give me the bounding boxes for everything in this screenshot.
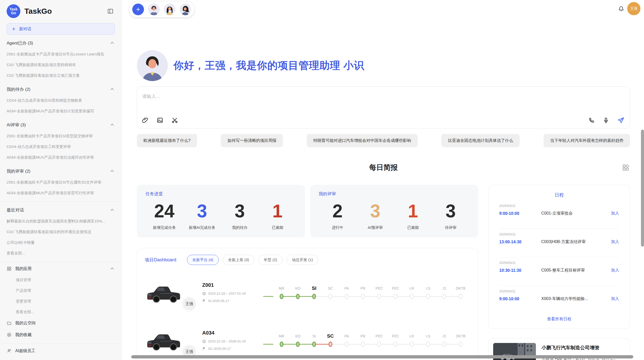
sidebar-collapse-icon[interactable]	[106, 7, 115, 16]
project-car-image	[145, 280, 183, 304]
sidebar-item[interactable]: 公司Q3轻卡销量	[7, 237, 115, 248]
add-contact-button[interactable]	[132, 4, 144, 15]
dashboard-title: 项目Dashboard	[145, 257, 176, 263]
sidebar-section-header-recent[interactable]: 最近对话	[7, 204, 115, 216]
milestone-connector	[330, 296, 347, 297]
sidebar-item[interactable]: Z001-全新燃油轻卡产品开发项目SI节点属性5D文件评审	[7, 177, 115, 188]
event-date: 2025/03/11	[499, 289, 619, 293]
milestone-connector	[428, 344, 444, 345]
join-link[interactable]: 加入	[611, 211, 619, 216]
event-date: 2025/03/11	[499, 204, 619, 208]
suggestion-chips: 欧洲新规最近颁布了什么?如何写一份清晰的项目周报特朗普可能对进口汽车增税会对中国…	[137, 134, 630, 147]
divider	[0, 201, 121, 202]
sidebar-subitem[interactable]: 项目管理	[7, 275, 115, 285]
suggestion-chip[interactable]: 欧洲新规最近颁布了什么?	[137, 134, 197, 147]
content-column: 你好，王强，我是你的项目管理助理 小识	[122, 17, 644, 360]
sidebar-section-header[interactable]: 我的待办 (2)	[7, 83, 115, 95]
project-row[interactable]: 王强 A034 2023-12-19 ~ 2026-01-19 SC-2025-…	[145, 320, 470, 360]
join-link[interactable]: 加入	[611, 296, 619, 302]
stat-value: 3	[356, 200, 394, 222]
milestone-PEC: PEC	[371, 332, 387, 348]
stat-value: 3	[183, 200, 221, 222]
milestone-connector	[298, 296, 314, 297]
milestone-connector	[330, 344, 347, 345]
suggestion-chip[interactable]: 如何写一份清晰的项目周报	[221, 134, 283, 147]
sidebar-item[interactable]: 解释最新出台的欧盟报废车法规再生塑料比例被调至15%...	[7, 216, 115, 227]
sidebar-item[interactable]: A034-全新新能源MUV产品开发项目计划变更表编写	[7, 106, 115, 116]
suggestion-chip[interactable]: 比亚迪全固态电池计划具体说了什么	[441, 134, 520, 147]
sidebar-section-header[interactable]: 我的评审 (2)	[7, 165, 115, 177]
dashboard-tab[interactable]: 年型 (2)	[258, 255, 283, 265]
milestone-connector	[282, 344, 298, 345]
milestone-connector	[396, 296, 412, 297]
sidebar-item[interactable]: C0X4-动力总成开发项目工程变更评审	[7, 141, 115, 152]
chevron-up-icon	[110, 207, 115, 213]
milestone-node	[426, 294, 430, 299]
sidebar-item[interactable]: C02-飞腾新能源轻客改款项目里程碑画布	[7, 59, 115, 70]
stat-value: 2	[319, 200, 356, 222]
image-icon[interactable]	[156, 117, 164, 124]
flag-icon	[202, 347, 206, 351]
layout-grid-icon[interactable]	[622, 164, 630, 172]
project-row[interactable]: 王强 Z001 2023-12-19 ~ 2027-01-19 SI-2025-…	[145, 272, 470, 313]
scissors-icon[interactable]	[171, 117, 178, 124]
greeting-row: 你好，王强，我是你的项目管理助理 小识	[137, 50, 630, 81]
dashboard-tab[interactable]: 全新平台 (4)	[187, 255, 219, 265]
milestone-PEC: PEC	[371, 284, 387, 301]
milestone-J1: J1	[436, 284, 452, 301]
stat: 1 已逾期	[394, 200, 432, 230]
assistant-avatar	[137, 50, 168, 81]
milestone-LS: LS	[420, 284, 436, 301]
join-link[interactable]: 加入	[611, 268, 619, 273]
sidebar-item[interactable]: Z001-全新燃油皮卡产品开发项目SI节点Lesson Learn报告	[7, 49, 115, 59]
view-all-schedule-link[interactable]: 查看所有日程	[499, 317, 619, 323]
sidebar-subitem[interactable]: 变更管理	[7, 296, 115, 307]
avatar[interactable]	[180, 4, 191, 15]
greeting-text: 你好，王强，我是你的项目管理助理 小识	[173, 58, 364, 72]
stats-row: 任务进度 24 新增完成任务 3 新增AI完成任务 3 我的待办 1 已逾期 我…	[137, 185, 478, 237]
vertical-scrollbar[interactable]	[641, 130, 644, 247]
milestone-node	[410, 294, 414, 299]
sidebar-item[interactable]: 查看全部...	[7, 248, 115, 259]
event-date: 2025/03/11	[499, 232, 619, 236]
stat-value: 3	[432, 200, 470, 222]
chat-input[interactable]	[137, 87, 630, 116]
project-code: Z001	[202, 282, 266, 288]
phone-icon[interactable]	[588, 117, 595, 124]
suggestion-chip[interactable]: 特朗普可能对进口汽车增税会对中国车企造成哪些影响	[307, 134, 418, 147]
sidebar-subitem[interactable]: 查看全部...	[7, 307, 115, 317]
send-icon[interactable]	[617, 116, 625, 124]
user-avatar[interactable]: 王强	[627, 2, 640, 15]
sidebar-item-write-icon[interactable]: 帮我写作	[7, 357, 115, 360]
sidebar-item-folder-icon[interactable]: 我的云空间	[7, 317, 115, 329]
sidebar-item[interactable]: C02-飞腾新能源轻客改款项目立项汇报方案	[7, 70, 115, 81]
horizontal-scrollbar[interactable]	[131, 355, 633, 358]
attachment-icon[interactable]	[142, 117, 149, 124]
sidebar-item[interactable]: A034-全新新能源MUV产品开发项目造型可行性评审	[7, 188, 115, 198]
stat-label: 已逾期	[394, 225, 432, 230]
sidebar-section-header[interactable]: Agent已办 (3)	[7, 37, 115, 49]
chat-input-card	[137, 86, 630, 128]
sidebar-item[interactable]: C02-飞腾新能源轻客改款项目的闭环通告反馈情况	[7, 227, 115, 237]
sidebar-item[interactable]: Z001-全新燃油轻卡产品开发项目SI造型提交物评审	[7, 131, 115, 141]
avatar[interactable]	[148, 4, 160, 15]
milestone-node	[280, 342, 284, 347]
dashboard-tab[interactable]: 动总开发 (1)	[287, 255, 318, 265]
dashboard-tab[interactable]: 全新上装 (3)	[223, 255, 255, 265]
sidebar-item[interactable]: C0X4-动力总成开发项目SI里程碑提交物检查	[7, 95, 115, 106]
milestone-node	[459, 342, 463, 347]
sidebar-subitem[interactable]: 产品管理	[7, 285, 115, 296]
milestone-OKTB: OKTB	[452, 284, 469, 301]
join-link[interactable]: 加入	[611, 239, 619, 245]
sidebar-section-header[interactable]: AI评审 (3)	[7, 119, 115, 131]
sidebar-item[interactable]: A034-全新新能源MUV产品开发项目法规符合性评审	[7, 152, 115, 163]
app-title: TaskGo	[24, 7, 106, 16]
sidebar-item-people-icon[interactable]: AI超级员工	[7, 345, 115, 357]
new-chat-button[interactable]: 新对话	[7, 23, 115, 35]
suggestion-chip[interactable]: 当下年轻人对汽车外观有怎样的喜好趋势	[544, 134, 630, 147]
sidebar-item-my-apps[interactable]: 我的应用	[7, 263, 115, 275]
sidebar-item-star-icon[interactable]: 我的收藏	[7, 329, 115, 341]
avatar[interactable]	[164, 4, 175, 15]
notifications-bell-icon[interactable]	[618, 6, 625, 13]
microphone-icon[interactable]	[603, 117, 609, 124]
